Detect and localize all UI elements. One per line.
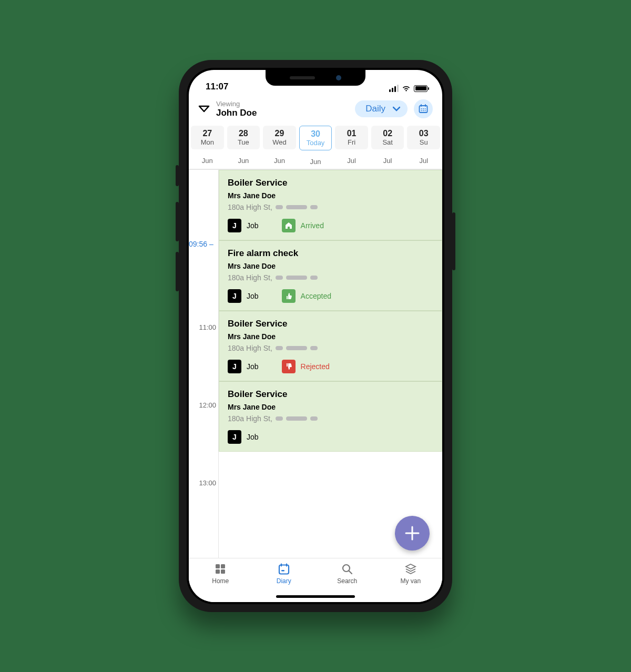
date-cell[interactable]: 02SatJul — [371, 126, 404, 166]
event-address: 180a High St, — [228, 203, 433, 211]
now-time-label: 09:56 – — [189, 240, 216, 248]
arrived-icon — [282, 219, 296, 232]
event-address: 180a High St, — [228, 414, 433, 423]
time-column: 11:0012:0013:0009:56 – — [189, 170, 218, 558]
stack-icon — [404, 563, 417, 575]
svg-rect-12 — [281, 570, 284, 572]
view-mode-label: Daily — [365, 104, 385, 114]
volume-up — [176, 202, 179, 241]
volume-down — [176, 252, 179, 291]
event-title: Boiler Service — [228, 319, 433, 329]
date-cell[interactable]: 30TodayJun — [299, 126, 332, 166]
mute-switch — [176, 165, 179, 186]
chevron-down-icon — [393, 106, 400, 111]
home-icon — [214, 563, 227, 575]
tab-home[interactable]: Home — [189, 563, 252, 602]
time-label: 13:00 — [199, 479, 216, 487]
user-name: John Doe — [216, 108, 349, 118]
viewing-label: Viewing — [216, 100, 349, 108]
date-cell[interactable]: 29WedJun — [263, 126, 296, 166]
svg-point-1 — [421, 108, 422, 109]
date-dow: Mon — [192, 138, 223, 146]
date-strip[interactable]: 27MonJun28TueJun29WedJun30TodayJun01FriJ… — [189, 126, 442, 169]
date-number: 02 — [372, 129, 403, 138]
date-month: Jul — [407, 149, 440, 165]
svg-rect-7 — [216, 564, 220, 568]
job-badge: J — [228, 430, 241, 444]
signal-icon — [389, 85, 399, 92]
date-cell[interactable]: 27MonJun — [191, 126, 224, 166]
diary-icon — [278, 563, 290, 575]
date-month: Jun — [191, 149, 224, 165]
status-label: Arrived — [301, 221, 324, 230]
power-button — [452, 212, 455, 270]
tab-label: Search — [337, 577, 357, 585]
notch — [266, 70, 365, 86]
event-card[interactable]: Boiler Service Mrs Jane Doe 180a High St… — [219, 381, 442, 452]
tab-label: Diary — [277, 577, 291, 585]
add-button[interactable] — [395, 516, 430, 551]
calendar-icon — [419, 104, 428, 114]
svg-rect-11 — [279, 565, 289, 574]
job-badge: J — [228, 360, 241, 373]
status-label: Rejected — [301, 362, 330, 371]
plus-icon — [403, 524, 421, 542]
tab-myvan[interactable]: My van — [379, 563, 443, 602]
wifi-icon — [402, 85, 411, 92]
date-number: 01 — [336, 129, 367, 138]
date-cell[interactable]: 01FriJul — [335, 126, 368, 166]
date-cell[interactable]: 28TueJun — [227, 126, 260, 166]
event-title: Fire alarm check — [228, 248, 433, 259]
rejected-icon — [282, 360, 296, 373]
date-month: Jun — [227, 149, 260, 165]
status-label: Accepted — [301, 292, 331, 300]
date-month: Jun — [299, 150, 332, 166]
event-customer: Mrs Jane Doe — [228, 262, 433, 270]
calendar-button[interactable] — [414, 99, 433, 118]
job-badge: J — [228, 219, 241, 232]
job-label: Job — [247, 221, 259, 230]
svg-rect-9 — [216, 569, 220, 574]
job-label: Job — [247, 362, 259, 371]
svg-point-2 — [423, 108, 424, 109]
tab-label: My van — [400, 577, 421, 585]
date-number: 29 — [264, 129, 295, 138]
event-card[interactable]: Boiler Service Mrs Jane Doe 180a High St… — [219, 311, 442, 381]
home-indicator[interactable] — [276, 595, 355, 598]
phone-frame: 11:07 Viewing John Doe Daily — [179, 60, 452, 612]
date-dow: Fri — [336, 138, 367, 146]
event-customer: Mrs Jane Doe — [228, 332, 433, 341]
job-badge: J — [228, 289, 241, 303]
event-customer: Mrs Jane Doe — [228, 403, 433, 411]
svg-rect-10 — [221, 569, 225, 574]
view-mode-selector[interactable]: Daily — [355, 100, 408, 117]
job-label: Job — [247, 433, 259, 441]
status-time: 11:07 — [206, 82, 228, 92]
date-number: 03 — [408, 129, 439, 138]
event-address: 180a High St, — [228, 273, 433, 282]
job-label: Job — [247, 292, 259, 300]
date-number: 30 — [301, 129, 331, 139]
event-title: Boiler Service — [228, 389, 433, 400]
date-cell[interactable]: 03SuJul — [407, 126, 440, 166]
event-address: 180a High St, — [228, 344, 433, 352]
event-card[interactable]: Boiler Service Mrs Jane Doe 180a High St… — [219, 170, 442, 240]
battery-icon — [414, 85, 428, 92]
dropdown-icon[interactable] — [198, 104, 210, 114]
date-dow: Tue — [228, 138, 259, 146]
date-number: 27 — [192, 129, 223, 138]
accepted-icon — [282, 289, 296, 303]
date-dow: Sat — [372, 138, 403, 146]
tab-label: Home — [212, 577, 229, 585]
svg-rect-8 — [221, 564, 225, 568]
svg-point-5 — [423, 110, 424, 111]
date-dow: Su — [408, 138, 439, 146]
time-label: 11:00 — [199, 323, 216, 331]
svg-point-4 — [421, 110, 422, 111]
event-card[interactable]: Fire alarm check Mrs Jane Doe 180a High … — [219, 240, 442, 311]
date-month: Jun — [263, 149, 296, 165]
date-dow: Today — [301, 139, 331, 147]
event-customer: Mrs Jane Doe — [228, 191, 433, 200]
schedule-view[interactable]: 11:0012:0013:0009:56 – Boiler Service Mr… — [189, 169, 442, 558]
svg-point-6 — [425, 110, 426, 111]
